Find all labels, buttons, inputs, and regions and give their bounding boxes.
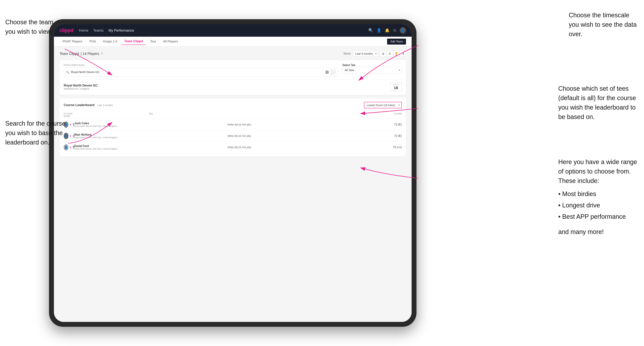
leaderboard-subtitle: , Last 3 months: [96, 104, 113, 107]
col-score: SCORE: [381, 113, 402, 117]
course-result: Royal North Devon GC Westward Ho!, Engla…: [64, 79, 402, 91]
sub-nav-pga[interactable]: PGA: [86, 38, 99, 45]
option-2: Longest drive: [558, 200, 639, 211]
sub-nav-pgat[interactable]: PGAT Players: [60, 38, 86, 45]
leaderboard-card: Course Leaderboard , Last 3 months Lowes…: [60, 98, 406, 157]
table-row: 👤 ♥ 3 David Ford Royal North Devon Golf …: [64, 142, 402, 153]
tablet-frame: clippd Home Teams My Performance 🔍 👤 🔔 ⊙…: [49, 19, 416, 327]
score-2: 72 (E): [381, 134, 402, 138]
annotation-middle-left: Search for the course you wish to base t…: [5, 119, 72, 147]
player-club-2: Royal North Devon Golf Club, United King…: [74, 136, 228, 139]
search-icon: 🔍: [66, 71, 70, 74]
annotation-middle-right: Choose which set of tees (default is all…: [558, 84, 639, 122]
download-button[interactable]: ⬇: [400, 51, 406, 57]
holes-label: Holes: [393, 84, 399, 86]
annotation-bottom-right: Here you have a wide range of options to…: [558, 157, 639, 237]
player-name-2: Blair McHarg: [74, 133, 228, 136]
users-icon[interactable]: 👤: [376, 28, 381, 33]
select-tee-label: Select Tee: [342, 64, 355, 67]
search-row: Find a Golf Course 🔍 ✕ ☆ Select Tee Al: [64, 64, 402, 77]
main-content: Team Clippd | 14 Players ✎ Show: Last 3 …: [54, 46, 412, 322]
player-details-3: David Ford Royal North Devon Golf Club, …: [74, 145, 228, 150]
bell-icon[interactable]: 🔔: [385, 28, 390, 33]
leaderboard-header: Course Leaderboard , Last 3 months Lowes…: [64, 102, 402, 108]
player-count: | 14 Players: [81, 52, 99, 56]
timescale-dropdown[interactable]: Last 3 months: [353, 51, 378, 56]
and-more: and many more!: [558, 227, 639, 237]
search-card: Find a Golf Course 🔍 ✕ ☆ Select Tee Al: [60, 60, 406, 95]
view-icons: ⊞ ☰ 🏆 ⬇: [380, 51, 406, 57]
search-input-wrapper: 🔍 ✕ ☆: [64, 68, 338, 77]
course-location: Westward Ho!, England: [64, 87, 98, 90]
player-name-1: Josh Coles: [74, 122, 228, 125]
list-view-button[interactable]: ☰: [387, 51, 393, 57]
sub-nav-hcaps[interactable]: Hcaps 1-5: [100, 38, 120, 45]
holes-badge: Holes 18: [390, 82, 402, 91]
edit-icon[interactable]: ✎: [101, 52, 104, 56]
nav-my-performance[interactable]: My Performance: [108, 28, 134, 32]
leaderboard-title: Course Leaderboard: [64, 103, 94, 107]
timescale-dropdown-wrapper: Last 3 months: [353, 51, 378, 56]
player-name-3: David Ford: [74, 145, 228, 148]
score-1: 72 (E): [381, 123, 402, 126]
tablet-screen: clippd Home Teams My Performance 🔍 👤 🔔 ⊙…: [54, 24, 412, 322]
player-club-1: Royal North Devon Golf Club, United King…: [74, 125, 228, 127]
sub-nav: PGAT Players PGA Hcaps 1-5 Team Clippd T…: [54, 37, 412, 46]
leaderboard-table: PLAYER NAME TEE SCORE 👤 ♥ 1 Josh: [64, 111, 402, 153]
course-name: Royal North Devon GC: [64, 84, 98, 87]
tee-info-1: White (M) (6,744 yds): [228, 123, 381, 126]
options-list: Most birdies Longest drive Best APP perf…: [558, 188, 639, 222]
avatar[interactable]: 👤: [400, 27, 406, 33]
col-player-name: PLAYER NAME: [64, 113, 74, 117]
nav-teams[interactable]: Teams: [93, 28, 104, 32]
score-type-dropdown[interactable]: Lowest Score (18 holes): [364, 102, 402, 108]
tee-info-3: White (M) (6,744 yds): [228, 146, 381, 149]
col-tee: TEE: [74, 113, 228, 117]
option-3: Best APP performance: [558, 211, 639, 222]
settings-icon[interactable]: ⊙: [393, 28, 396, 33]
nav-icons: 🔍 👤 🔔 ⊙ 👤: [368, 27, 406, 33]
tee-dropdown[interactable]: All Tees: [342, 67, 402, 74]
star-button[interactable]: ☆: [330, 69, 336, 75]
table-row: 👤 ♥ 1 Josh Coles Royal North Devon Golf …: [64, 119, 402, 130]
option-1: Most birdies: [558, 188, 639, 200]
nav-links: Home Teams My Performance: [79, 28, 363, 32]
clear-search-button[interactable]: ✕: [325, 70, 329, 74]
leaderboard-title-area: Course Leaderboard , Last 3 months: [64, 103, 113, 107]
team-title: Team Clippd | 14 Players ✎: [60, 52, 104, 56]
annotation-top-right: Choose the timescale you wish to see the…: [569, 10, 639, 39]
tee-col: Select Tee All Tees: [342, 64, 402, 74]
tee-info-2: White (M) (6,744 yds): [228, 135, 381, 137]
player-club-3: Royal North Devon Golf Club, United King…: [74, 148, 228, 150]
team-name: Team Clippd: [60, 52, 79, 56]
add-team-button[interactable]: Add Team: [387, 39, 406, 44]
player-details-1: Josh Coles Royal North Devon Golf Club, …: [74, 122, 228, 127]
find-course-col: Find a Golf Course 🔍 ✕ ☆: [64, 64, 338, 77]
player-details-2: Blair McHarg Royal North Devon Golf Club…: [74, 133, 228, 139]
team-controls: Show: Last 3 months ⊞ ☰ 🏆 ⬇: [344, 51, 406, 57]
course-info: Royal North Devon GC Westward Ho!, Engla…: [64, 84, 98, 90]
nav-bar: clippd Home Teams My Performance 🔍 👤 🔔 ⊙…: [54, 24, 412, 37]
tee-dropdown-wrapper: All Tees: [342, 67, 402, 74]
team-header: Team Clippd | 14 Players ✎ Show: Last 3 …: [60, 51, 406, 57]
nav-home[interactable]: Home: [79, 28, 88, 32]
score-3: 73 (+1): [381, 146, 402, 149]
table-row: 👤 ♥ 1 Blair McHarg Royal North Devon Gol…: [64, 130, 402, 142]
search-icon[interactable]: 🔍: [368, 28, 373, 33]
sub-nav-team-clippd[interactable]: Team Clippd: [121, 38, 146, 45]
annotation-top-left: Choose the team you wish to view.: [5, 17, 65, 36]
table-header: PLAYER NAME TEE SCORE: [64, 111, 402, 119]
holes-value: 18: [393, 86, 399, 90]
trophy-view-button[interactable]: 🏆: [394, 51, 399, 57]
find-course-label: Find a Golf Course: [64, 64, 338, 66]
sub-nav-tour[interactable]: Tour: [147, 38, 159, 45]
grid-view-button[interactable]: ⊞: [380, 51, 386, 57]
show-label: Show:: [344, 52, 351, 55]
score-dropdown-wrapper: Lowest Score (18 holes): [364, 102, 402, 108]
course-search-input[interactable]: [71, 71, 324, 74]
sub-nav-all-players[interactable]: All Players: [160, 38, 181, 45]
